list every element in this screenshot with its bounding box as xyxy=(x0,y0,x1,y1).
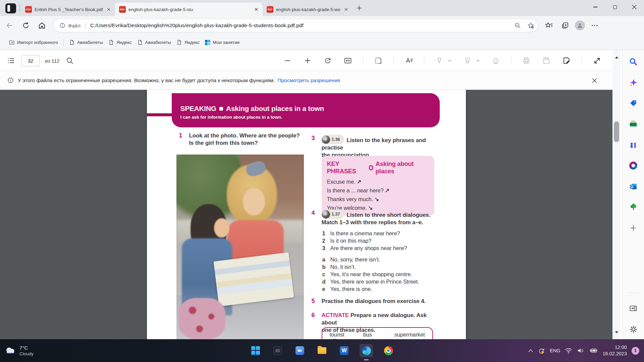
add-favorite-icon[interactable] xyxy=(527,22,534,29)
search-document-icon[interactable] xyxy=(65,56,75,66)
page-icon xyxy=(137,40,143,45)
windows-taskbar: 7°C Cloudy W ENG 12:00 xyxy=(0,339,644,362)
tray-date: 16.02.2023 xyxy=(602,351,627,357)
bookmark-import-favorites[interactable]: Импорт избранного xyxy=(6,38,61,47)
tab-workbook[interactable]: PDF english-plus-kazakh-grade-5-wo xyxy=(263,3,353,16)
close-window-button[interactable] xyxy=(625,0,644,14)
pdf-scrollbar[interactable] xyxy=(612,50,621,339)
edge-icon-active[interactable] xyxy=(360,344,373,357)
can-do-statement: I can ask for information about places i… xyxy=(180,115,440,120)
read-aloud-icon[interactable] xyxy=(404,56,414,66)
save-as-icon[interactable] xyxy=(561,56,572,66)
file-explorer-icon[interactable] xyxy=(315,344,329,357)
lesson-topic: Asking about places in a town xyxy=(226,105,324,113)
onedrive-sync-icon[interactable] xyxy=(538,347,545,354)
volume-icon[interactable] xyxy=(577,348,584,354)
new-tab-button[interactable] xyxy=(355,3,364,13)
app-icon-dark-window[interactable] xyxy=(271,344,284,357)
tab-students-book-active[interactable]: PDF english-plus-kazakh-grade-5-stu xyxy=(115,3,263,16)
sidebar-customize-plus-icon[interactable] xyxy=(628,223,639,233)
print-icon[interactable] xyxy=(521,56,531,66)
bookmark-aviabilety-2[interactable]: Авиабилеты xyxy=(135,38,174,47)
info-icon[interactable] xyxy=(59,22,65,28)
zoom-search-icon[interactable] xyxy=(514,22,521,29)
settings-menu-dots-icon[interactable] xyxy=(588,19,601,32)
teams-chat-icon[interactable] xyxy=(293,344,307,357)
favorites-icon[interactable] xyxy=(543,19,555,32)
close-tab-icon[interactable] xyxy=(343,6,349,12)
address-bar[interactable]: Файл C:/Users/Evrika/Desktop/english%20p… xyxy=(54,19,538,32)
sidebar-office-icon[interactable] xyxy=(628,160,639,171)
page-number-input[interactable] xyxy=(21,55,40,66)
sidebar-tools-icon[interactable] xyxy=(628,119,639,129)
weather-widget[interactable]: 7°C Cloudy xyxy=(5,345,72,356)
fit-to-width-icon[interactable] xyxy=(343,56,353,66)
battery-plug-icon[interactable] xyxy=(589,348,598,353)
word-icon[interactable]: W xyxy=(337,344,351,357)
zoom-out-icon[interactable] xyxy=(282,56,292,66)
intonation-arrow: ↘ xyxy=(374,196,379,202)
back-icon[interactable] xyxy=(3,19,16,32)
zoom-in-icon[interactable] xyxy=(303,56,313,66)
close-tab-icon[interactable] xyxy=(253,6,259,12)
rotate-icon[interactable] xyxy=(323,56,333,66)
exercise-1-line1: Look at the photo. Where are the people? xyxy=(189,132,300,139)
start-button[interactable] xyxy=(249,344,262,357)
draw-pen-icon[interactable] xyxy=(434,56,444,66)
tab-title: english-plus-kazakh-grade-5-wo xyxy=(276,7,340,12)
weather-condition: Cloudy xyxy=(19,351,34,356)
tab-title: english-plus-kazakh-grade-5-stu xyxy=(128,7,251,12)
pdf-page-canvas: SPEAKING Asking about places in a town I… xyxy=(0,90,612,339)
close-tab-icon[interactable] xyxy=(106,6,112,12)
highlighter-icon[interactable] xyxy=(463,56,473,66)
browser-navbar: Файл C:/Users/Evrika/Desktop/english%20p… xyxy=(0,16,644,35)
url-text[interactable]: C:/Users/Evrika/Desktop/english%20plus/e… xyxy=(90,22,511,28)
exercise-number: 3 xyxy=(312,135,322,159)
scroll-down-icon[interactable] xyxy=(612,328,621,337)
bookmark-yandex-1[interactable]: Яндекс xyxy=(106,38,134,47)
view-permissions-link[interactable]: Просмотреть разрешения xyxy=(278,77,340,83)
page-view-icon[interactable] xyxy=(373,56,383,66)
collections-icon[interactable] xyxy=(559,19,572,32)
highlight-options-chevron-icon[interactable] xyxy=(475,56,481,66)
exercise-3: 3 1.36Listen to the key phrases and prac… xyxy=(312,135,436,159)
sidebar-games-icon[interactable] xyxy=(628,139,639,150)
eraser-icon[interactable] xyxy=(491,56,501,66)
sidebar-copilot-icon[interactable] xyxy=(628,77,639,88)
wifi-icon[interactable] xyxy=(565,348,572,354)
tab-actions-menu-icon[interactable] xyxy=(5,3,16,13)
tray-chevron-up-icon[interactable] xyxy=(528,349,533,352)
save-icon[interactable] xyxy=(541,56,551,66)
fullscreen-icon[interactable] xyxy=(592,56,602,66)
exercise-number: 4 xyxy=(312,209,322,226)
profile-avatar[interactable] xyxy=(575,20,585,31)
page-icon xyxy=(176,40,182,45)
sidebar-tree-icon[interactable] xyxy=(628,202,639,213)
refresh-icon[interactable] xyxy=(19,19,32,32)
sidebar-shopping-icon[interactable] xyxy=(628,98,639,109)
draw-options-chevron-icon[interactable] xyxy=(447,56,452,66)
home-icon[interactable] xyxy=(36,19,48,32)
maximize-button[interactable] xyxy=(605,0,625,14)
taskbar-app-icons: W xyxy=(249,344,395,357)
scrollbar-thumb[interactable] xyxy=(614,121,619,142)
language-indicator[interactable]: ENG xyxy=(550,348,560,353)
minimize-button[interactable] xyxy=(586,0,605,14)
cloud-icon xyxy=(5,346,16,355)
sidebar-settings-gear-icon[interactable] xyxy=(628,324,639,335)
sidebar-outlook-icon[interactable] xyxy=(628,181,639,192)
key-phrase: Is there a ... near here? xyxy=(327,187,384,193)
clock-widget[interactable]: 12:00 16.02.2023 xyxy=(602,344,627,357)
open-sidebar-panel-icon[interactable] xyxy=(628,303,639,314)
notification-badge[interactable]: 1 xyxy=(632,347,639,355)
bookmark-aviabilety-1[interactable]: Авиабилеты xyxy=(66,38,106,47)
tab-teachers-book[interactable]: PDF Enlish Plus 5 _Teacher's Book.pdf xyxy=(21,3,115,16)
dialogue-reply: Yes, there is one. xyxy=(330,285,372,293)
bookmark-moi-zanyatiya[interactable]: Мои занятия xyxy=(202,38,242,47)
chrome-icon[interactable] xyxy=(382,344,395,357)
table-of-contents-icon[interactable] xyxy=(6,56,16,66)
bookmark-yandex-2[interactable]: Яндекс xyxy=(174,38,202,47)
scroll-up-icon[interactable] xyxy=(612,53,621,62)
close-banner-icon[interactable] xyxy=(590,76,599,85)
sidebar-search-icon[interactable] xyxy=(628,56,639,67)
